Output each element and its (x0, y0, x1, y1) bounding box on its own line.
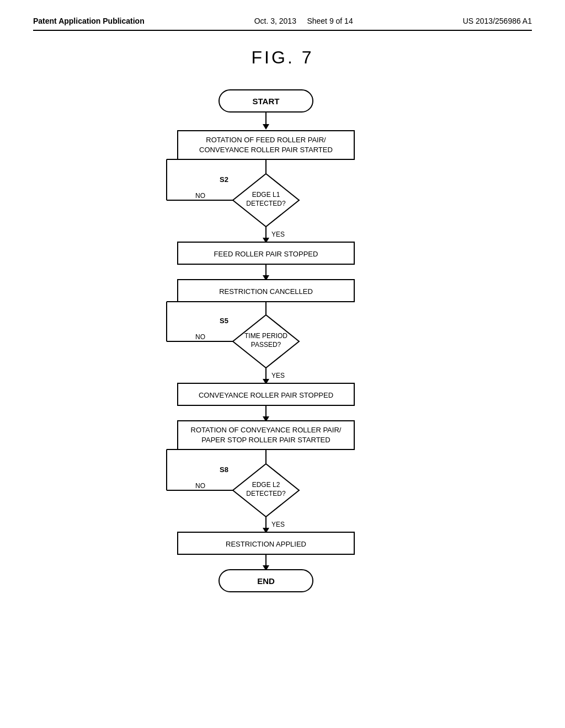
s1-text-line2: CONVEYANCE ROLLER PAIR STARTED (199, 146, 333, 154)
s3-text: FEED ROLLER PAIR STOPPED (214, 250, 318, 258)
flowchart-container: START S1 ROTATION OF FEED ROLLER PAIR/ C… (33, 84, 532, 663)
s8-yes-label: YES (271, 521, 285, 528)
s5-text-line1: TIME PERIOD (244, 332, 287, 340)
s4-text: RESTRICTION CANCELLED (219, 287, 313, 296)
s2-yes-label: YES (271, 231, 285, 238)
header-date: Oct. 3, 2013 (254, 17, 296, 25)
s6-text: CONVEYANCE ROLLER PAIR STOPPED (199, 391, 333, 399)
s7-text-line1: ROTATION OF CONVEYANCE ROLLER PAIR/ (191, 426, 342, 434)
s8-no-label: NO (195, 482, 205, 490)
s7-text-line2: PAPER STOP ROLLER PAIR STARTED (201, 436, 330, 444)
flowchart-svg: START S1 ROTATION OF FEED ROLLER PAIR/ C… (111, 84, 454, 663)
page: Patent Application Publication Oct. 3, 2… (0, 0, 565, 728)
s9-text: RESTRICTION APPLIED (226, 540, 306, 548)
s8-text-line2: DETECTED? (246, 490, 286, 497)
s7-rect (178, 421, 354, 449)
header-date-sheet: Oct. 3, 2013 Sheet 9 of 14 (254, 17, 353, 25)
s1-text-line1: ROTATION OF FEED ROLLER PAIR/ (206, 136, 326, 144)
s8-text-line1: EDGE L2 (252, 481, 280, 489)
header: Patent Application Publication Oct. 3, 2… (33, 17, 532, 31)
end-label: END (257, 576, 275, 586)
s1-rect (178, 131, 354, 159)
arrowhead-start-s1 (263, 124, 269, 130)
s2-text-line1: EDGE L1 (252, 191, 280, 199)
start-label: START (253, 97, 280, 106)
s5-yes-label: YES (271, 372, 285, 379)
s5-no-label: NO (195, 333, 205, 341)
s2-no-label: NO (195, 192, 205, 200)
header-publication-label: Patent Application Publication (33, 17, 145, 25)
header-patent-number: US 2013/256986 A1 (463, 17, 532, 25)
s2-text-line2: DETECTED? (246, 200, 286, 207)
s5-text-line2: PASSED? (251, 341, 281, 349)
s2-label: S2 (220, 175, 228, 184)
figure-title: FIG. 7 (33, 47, 532, 68)
header-sheet: Sheet 9 of 14 (307, 17, 353, 25)
s8-label: S8 (220, 465, 228, 474)
s5-label: S5 (220, 317, 228, 325)
